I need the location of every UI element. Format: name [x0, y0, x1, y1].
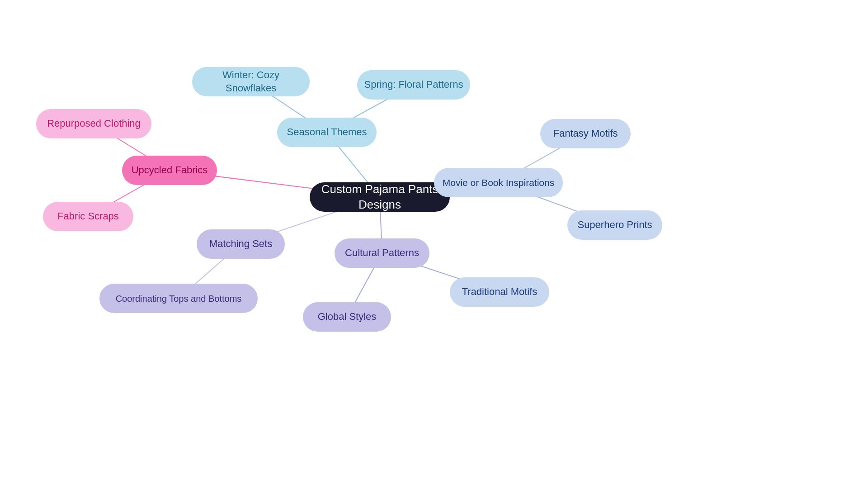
node-coordinating[interactable]: Coordinating Tops and Bottoms [99, 284, 258, 313]
node-label-superhero: Superhero Prints [573, 219, 656, 232]
node-label-fantasy: Fantasy Motifs [548, 127, 622, 140]
node-label-spring: Spring: Floral Patterns [360, 78, 468, 91]
node-traditional[interactable]: Traditional Motifs [450, 277, 549, 307]
node-label-traditional: Traditional Motifs [458, 285, 542, 299]
node-fantasy[interactable]: Fantasy Motifs [540, 119, 631, 148]
node-label-global: Global Styles [313, 310, 381, 323]
node-label-upcycled: Upcycled Fabrics [127, 164, 212, 177]
node-label-repurposed: Repurposed Clothing [42, 117, 145, 130]
node-matching[interactable]: Matching Sets [197, 229, 285, 259]
node-label-seasonal: Seasonal Themes [283, 126, 372, 139]
node-winter[interactable]: Winter: Cozy Snowflakes [192, 67, 310, 96]
node-spring[interactable]: Spring: Floral Patterns [357, 70, 470, 100]
node-cultural[interactable]: Cultural Patterns [335, 238, 429, 268]
node-repurposed[interactable]: Repurposed Clothing [36, 109, 151, 138]
node-label-inspirations: Movie or Book Inspirations [438, 176, 559, 189]
node-seasonal[interactable]: Seasonal Themes [277, 118, 377, 147]
node-label-center: Custom Pajama Pants Designs [310, 182, 450, 213]
node-center[interactable]: Custom Pajama Pants Designs [310, 182, 450, 212]
node-label-coordinating: Coordinating Tops and Bottoms [111, 293, 246, 304]
node-label-winter: Winter: Cozy Snowflakes [192, 69, 310, 95]
node-label-matching: Matching Sets [205, 238, 277, 251]
node-upcycled[interactable]: Upcycled Fabrics [122, 156, 217, 185]
node-label-cultural: Cultural Patterns [340, 247, 424, 260]
node-label-fabric: Fabric Scraps [53, 210, 123, 223]
node-global[interactable]: Global Styles [303, 302, 391, 332]
node-inspirations[interactable]: Movie or Book Inspirations [434, 168, 563, 197]
node-superhero[interactable]: Superhero Prints [567, 210, 662, 240]
node-fabric[interactable]: Fabric Scraps [43, 202, 133, 231]
